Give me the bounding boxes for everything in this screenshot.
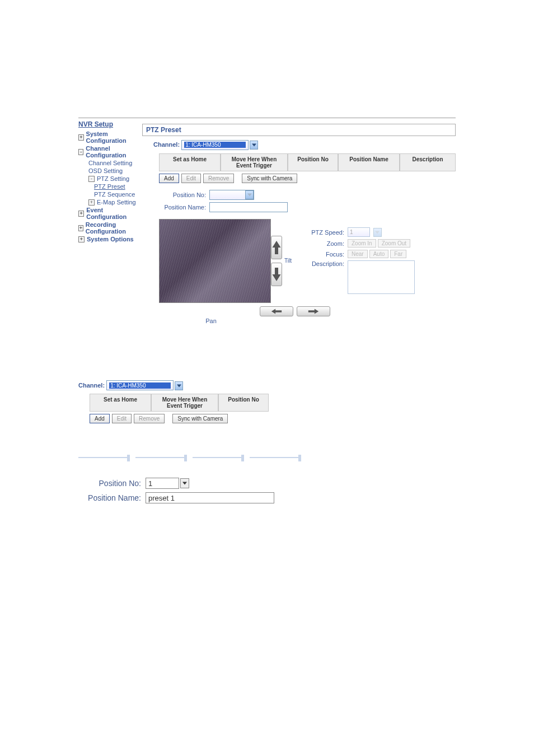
- th-set-as-home: Set as Home: [159, 153, 221, 171]
- sidebar: NVR Setup +System Configuration -Channel…: [78, 118, 140, 324]
- nav-ptz-preset[interactable]: PTZ Preset: [78, 183, 140, 190]
- nav-system-options[interactable]: +System Options: [78, 235, 140, 243]
- pan-left-button[interactable]: [260, 306, 293, 316]
- frag2-th-position-no: Position No: [218, 394, 269, 412]
- panel-title: PTZ Preset: [142, 124, 456, 136]
- fragment-channel-table: Channel: 1: ICA-HM350 Set as Home Move H…: [78, 380, 456, 424]
- divider-row: [78, 457, 456, 464]
- position-name-label: Position Name:: [159, 204, 209, 211]
- frag2-sync-button[interactable]: Sync with Camera: [172, 414, 228, 423]
- preset-table-header: Set as Home Move Here When Event Trigger…: [159, 153, 456, 171]
- th-move-here: Move Here When Event Trigger: [221, 153, 288, 171]
- chevron-down-icon: [245, 190, 254, 199]
- ptz-speed-label: PTZ Speed:: [303, 229, 348, 236]
- tilt-label: Tilt: [284, 258, 292, 264]
- edit-button[interactable]: Edit: [181, 174, 201, 183]
- th-position-no: Position No: [288, 153, 338, 171]
- fragment-position-form: Position No: 1 Position Name:: [78, 478, 456, 503]
- focus-far-button[interactable]: Far: [390, 250, 406, 258]
- frag2-th-set-as-home: Set as Home: [90, 394, 151, 412]
- chevron-down-icon: [373, 228, 382, 237]
- chevron-down-icon[interactable]: [180, 478, 189, 488]
- content-panel: PTZ Preset Channel: 1: ICA-HM350 Set as …: [140, 118, 456, 324]
- nav-channel-configuration[interactable]: -Channel Configuration: [78, 144, 140, 159]
- focus-near-button[interactable]: Near: [348, 250, 368, 258]
- description-label: Description:: [303, 260, 348, 267]
- position-name-input[interactable]: [209, 202, 288, 212]
- th-description: Description: [400, 153, 456, 171]
- tilt-up-button[interactable]: [271, 236, 282, 259]
- th-position-name: Position Name: [338, 153, 400, 171]
- channel-dropdown-icon[interactable]: [250, 141, 258, 150]
- position-no-label: Position No:: [159, 192, 209, 198]
- frag2-channel-select[interactable]: 1: ICA-HM350: [106, 380, 174, 390]
- frag2-channel-label: Channel:: [78, 380, 105, 390]
- frag3-position-no-label: Position No:: [78, 479, 146, 488]
- video-preview: [159, 219, 271, 303]
- nav-event-configuration[interactable]: +Event Configuration: [78, 206, 140, 221]
- zoom-in-button[interactable]: Zoom In: [348, 239, 376, 248]
- focus-label: Focus:: [303, 251, 348, 258]
- zoom-label: Zoom:: [303, 240, 348, 247]
- frag2-th-move-here: Move Here When Event Trigger: [151, 394, 218, 412]
- nav-recording-configuration[interactable]: +Recording Configuration: [78, 221, 140, 235]
- frag3-position-name-label: Position Name:: [78, 493, 146, 502]
- add-button[interactable]: Add: [159, 174, 179, 183]
- ptz-speed-select[interactable]: 1: [348, 227, 370, 237]
- nav-emap-setting[interactable]: +E-Map Setting: [78, 198, 140, 206]
- pan-right-button[interactable]: [297, 306, 330, 316]
- channel-select[interactable]: 1: ICA-HM350: [181, 140, 249, 150]
- nav-system-configuration[interactable]: +System Configuration: [78, 130, 140, 144]
- nav-ptz-setting[interactable]: -PTZ Setting: [78, 175, 140, 183]
- frag3-position-no-select[interactable]: 1: [146, 478, 179, 489]
- nav-channel-setting[interactable]: Channel Setting: [78, 159, 140, 167]
- focus-auto-button[interactable]: Auto: [369, 250, 389, 258]
- tilt-down-button[interactable]: [271, 263, 282, 286]
- remove-button[interactable]: Remove: [203, 174, 234, 183]
- frag2-add-button[interactable]: Add: [90, 414, 110, 423]
- sync-button[interactable]: Sync with Camera: [242, 174, 297, 183]
- sidebar-title[interactable]: NVR Setup: [78, 120, 140, 128]
- channel-label: Channel:: [153, 139, 180, 150]
- frag2-edit-button[interactable]: Edit: [112, 414, 132, 423]
- frag2-remove-button[interactable]: Remove: [134, 414, 165, 423]
- chevron-down-icon[interactable]: [175, 381, 183, 390]
- position-no-select[interactable]: [209, 190, 254, 200]
- frag3-position-name-input[interactable]: [146, 492, 274, 503]
- nav-ptz-sequence[interactable]: PTZ Sequence: [78, 190, 140, 198]
- description-textarea[interactable]: [348, 260, 415, 294]
- zoom-out-button[interactable]: Zoom Out: [378, 239, 410, 248]
- nav-osd-setting[interactable]: OSD Setting: [78, 167, 140, 175]
- pan-label: Pan: [176, 318, 246, 324]
